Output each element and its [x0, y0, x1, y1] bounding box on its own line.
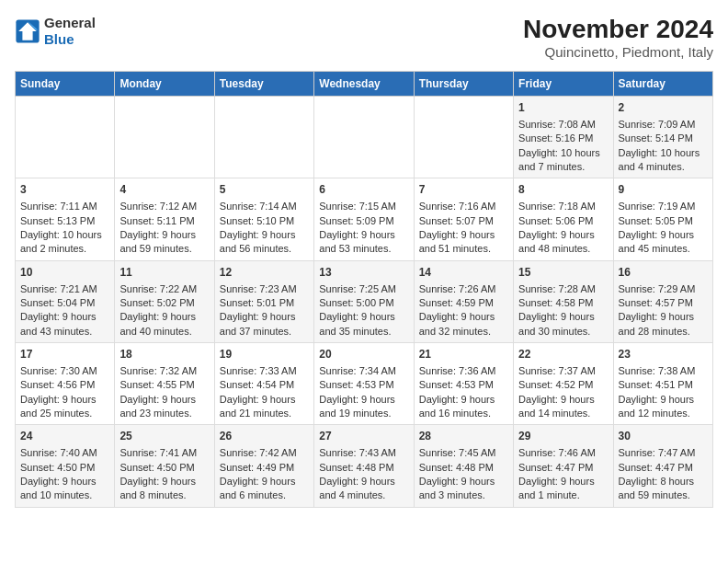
day-number: 20: [319, 347, 408, 362]
day-info: Sunrise: 7:22 AM: [119, 282, 209, 296]
day-info: Sunset: 4:57 PM: [619, 296, 708, 310]
day-info: Sunrise: 7:41 AM: [119, 446, 209, 460]
day-info: Sunset: 4:48 PM: [319, 461, 408, 475]
day-info: Daylight: 9 hours and 53 minutes.: [319, 228, 408, 257]
calendar-body: 1Sunrise: 7:08 AMSunset: 5:16 PMDaylight…: [16, 97, 713, 508]
day-info: Daylight: 9 hours and 43 minutes.: [20, 310, 109, 339]
day-info: Sunrise: 7:14 AM: [220, 200, 309, 213]
day-number: 3: [20, 182, 109, 198]
day-info: Daylight: 9 hours and 16 minutes.: [419, 393, 508, 421]
calendar-cell: [16, 97, 115, 178]
day-info: Daylight: 9 hours and 32 minutes.: [419, 310, 508, 339]
day-info: Sunset: 4:48 PM: [419, 461, 508, 475]
day-number: 8: [518, 182, 608, 198]
day-info: Daylight: 9 hours and 25 minutes.: [20, 393, 109, 421]
calendar-cell: 11Sunrise: 7:22 AMSunset: 5:02 PMDayligh…: [115, 260, 214, 342]
day-info: Sunset: 4:53 PM: [319, 378, 408, 392]
day-info: Sunset: 4:51 PM: [619, 378, 708, 392]
day-number: 24: [20, 429, 109, 444]
day-info: Daylight: 9 hours and 37 minutes.: [220, 310, 309, 339]
calendar-cell: 14Sunrise: 7:26 AMSunset: 4:59 PMDayligh…: [414, 260, 513, 342]
day-number: 2: [619, 100, 708, 116]
day-info: Sunset: 5:02 PM: [119, 296, 209, 310]
calendar-cell: [414, 97, 513, 178]
calendar-cell: [214, 97, 313, 178]
day-number: 30: [619, 429, 708, 444]
day-info: Sunset: 5:00 PM: [319, 296, 408, 310]
day-info: Sunrise: 7:25 AM: [319, 282, 408, 296]
day-info: Sunset: 4:47 PM: [619, 461, 708, 475]
day-info: Sunset: 5:01 PM: [220, 296, 309, 310]
page-subtitle: Quincinetto, Piedmont, Italy: [523, 44, 713, 60]
calendar-cell: 26Sunrise: 7:42 AMSunset: 4:49 PMDayligh…: [214, 425, 313, 507]
day-info: Daylight: 9 hours and 8 minutes.: [119, 475, 209, 503]
column-header-sunday: Sunday: [16, 72, 115, 97]
day-info: Sunrise: 7:40 AM: [20, 446, 109, 460]
column-header-monday: Monday: [115, 72, 214, 97]
calendar-cell: 13Sunrise: 7:25 AMSunset: 5:00 PMDayligh…: [314, 260, 414, 342]
column-header-thursday: Thursday: [414, 72, 513, 97]
logo: General Blue: [15, 15, 96, 48]
calendar-cell: 12Sunrise: 7:23 AMSunset: 5:01 PMDayligh…: [214, 260, 313, 342]
day-number: 9: [619, 182, 708, 198]
day-info: Daylight: 9 hours and 30 minutes.: [518, 310, 608, 339]
calendar-cell: 17Sunrise: 7:30 AMSunset: 4:56 PMDayligh…: [16, 343, 115, 425]
calendar-week-3: 10Sunrise: 7:21 AMSunset: 5:04 PMDayligh…: [16, 260, 713, 342]
day-number: 14: [419, 265, 508, 281]
day-info: Sunrise: 7:38 AM: [619, 364, 708, 378]
day-info: Daylight: 9 hours and 28 minutes.: [619, 310, 708, 339]
calendar-cell: 20Sunrise: 7:34 AMSunset: 4:53 PMDayligh…: [314, 343, 414, 425]
day-number: 25: [119, 429, 209, 444]
day-number: 21: [419, 347, 508, 362]
calendar-cell: [115, 97, 214, 178]
day-info: Daylight: 9 hours and 4 minutes.: [319, 475, 408, 503]
calendar-cell: 18Sunrise: 7:32 AMSunset: 4:55 PMDayligh…: [115, 343, 214, 425]
calendar-cell: 4Sunrise: 7:12 AMSunset: 5:11 PMDaylight…: [115, 178, 214, 260]
day-info: Sunrise: 7:46 AM: [518, 446, 608, 460]
day-info: Sunset: 5:16 PM: [518, 132, 608, 145]
calendar-week-4: 17Sunrise: 7:30 AMSunset: 4:56 PMDayligh…: [16, 343, 713, 425]
calendar-cell: 10Sunrise: 7:21 AMSunset: 5:04 PMDayligh…: [16, 260, 115, 342]
day-info: Sunset: 5:10 PM: [220, 214, 309, 228]
day-info: Sunrise: 7:18 AM: [518, 200, 608, 213]
calendar-table: SundayMondayTuesdayWednesdayThursdayFrid…: [15, 71, 713, 508]
day-info: Daylight: 9 hours and 3 minutes.: [419, 475, 508, 503]
day-info: Sunset: 4:53 PM: [419, 378, 508, 392]
calendar-cell: 3Sunrise: 7:11 AMSunset: 5:13 PMDaylight…: [16, 178, 115, 260]
day-number: 16: [619, 265, 708, 281]
calendar-cell: 15Sunrise: 7:28 AMSunset: 4:58 PMDayligh…: [514, 260, 613, 342]
day-info: Sunrise: 7:26 AM: [419, 282, 508, 296]
day-number: 19: [220, 347, 309, 362]
day-info: Daylight: 9 hours and 6 minutes.: [220, 475, 309, 503]
calendar-cell: 27Sunrise: 7:43 AMSunset: 4:48 PMDayligh…: [314, 425, 414, 507]
calendar-cell: 24Sunrise: 7:40 AMSunset: 4:50 PMDayligh…: [16, 425, 115, 507]
column-header-tuesday: Tuesday: [214, 72, 313, 97]
calendar-cell: 6Sunrise: 7:15 AMSunset: 5:09 PMDaylight…: [314, 178, 414, 260]
calendar-cell: 5Sunrise: 7:14 AMSunset: 5:10 PMDaylight…: [214, 178, 313, 260]
day-info: Daylight: 9 hours and 45 minutes.: [619, 228, 708, 257]
calendar-week-2: 3Sunrise: 7:11 AMSunset: 5:13 PMDaylight…: [16, 178, 713, 260]
calendar-cell: 9Sunrise: 7:19 AMSunset: 5:05 PMDaylight…: [613, 178, 712, 260]
day-info: Sunrise: 7:08 AM: [518, 118, 608, 132]
day-info: Sunset: 5:05 PM: [619, 214, 708, 228]
day-info: Sunset: 4:54 PM: [220, 378, 309, 392]
calendar-cell: 16Sunrise: 7:29 AMSunset: 4:57 PMDayligh…: [613, 260, 712, 342]
calendar-cell: [314, 97, 414, 178]
day-info: Daylight: 9 hours and 23 minutes.: [119, 393, 209, 421]
day-info: Sunset: 4:50 PM: [20, 461, 109, 475]
day-number: 29: [518, 429, 608, 444]
day-info: Daylight: 9 hours and 12 minutes.: [619, 393, 708, 421]
day-info: Sunset: 5:06 PM: [518, 214, 608, 228]
day-info: Sunset: 5:13 PM: [20, 214, 109, 228]
day-info: Sunrise: 7:19 AM: [619, 200, 708, 213]
day-info: Sunrise: 7:32 AM: [119, 364, 209, 378]
day-info: Sunrise: 7:16 AM: [419, 200, 508, 213]
day-info: Sunrise: 7:36 AM: [419, 364, 508, 378]
calendar-cell: 28Sunrise: 7:45 AMSunset: 4:48 PMDayligh…: [414, 425, 513, 507]
day-info: Sunrise: 7:42 AM: [220, 446, 309, 460]
day-info: Daylight: 9 hours and 14 minutes.: [518, 393, 608, 421]
day-number: 10: [20, 265, 109, 281]
day-info: Sunrise: 7:30 AM: [20, 364, 109, 378]
day-number: 7: [419, 182, 508, 198]
day-info: Daylight: 9 hours and 19 minutes.: [319, 393, 408, 421]
